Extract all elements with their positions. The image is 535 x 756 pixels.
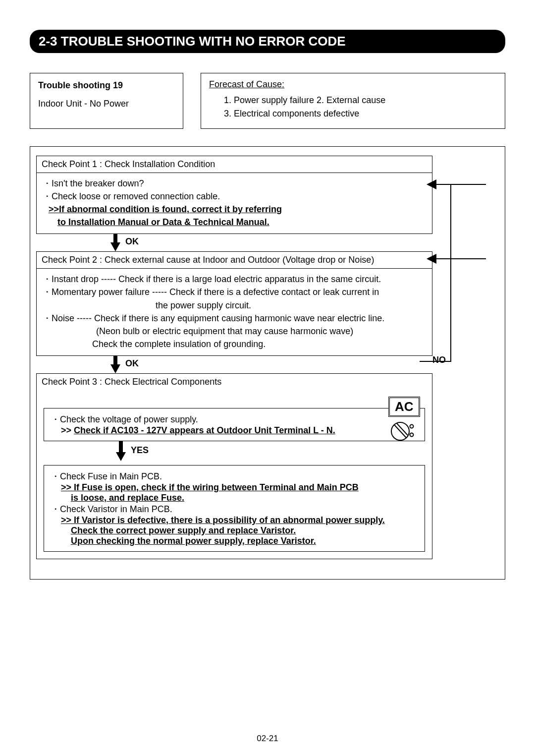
cp3-sub1-action: Check if AC103 - 127V appears at Outdoor… — [74, 425, 335, 435]
forecast-box: Forecast of Cause: 1. Power supply failu… — [201, 73, 505, 129]
arrow-left-icon — [427, 179, 436, 189]
ts-unit: Indoor Unit - No Power — [38, 99, 175, 109]
checkpoint-1: Check Point 1 : Check Installation Condi… — [36, 156, 432, 234]
cp1-action: to Installation Manual or Data & Technic… — [42, 216, 427, 229]
connector-yes: YES — [37, 441, 433, 461]
arrow-down-icon — [110, 364, 120, 373]
arrow-down-icon — [116, 452, 126, 461]
cp2-bullet: Instant drop ----- Check if there is a l… — [42, 273, 427, 286]
cp3-header: Check Point 3 : Check Electrical Compone… — [37, 374, 432, 390]
cp3-sub1-bullet: Check the voltage of power supply. — [50, 413, 419, 425]
chevron: >> — [61, 425, 74, 435]
flow-chart: Check Point 1 : Check Installation Condi… — [30, 146, 505, 580]
checkpoint-3: Check Point 3 : Check Electrical Compone… — [36, 373, 432, 559]
ts-number: Trouble shooting 19 — [38, 80, 175, 91]
cp2-bullet-cont: the power supply circuit. — [42, 299, 427, 312]
ok-label: OK — [125, 358, 139, 369]
svg-point-4 — [410, 433, 414, 436]
forecast-line: 1. Power supply failure 2. External caus… — [224, 94, 497, 107]
forecast-line: 3. Electrical components defective — [224, 107, 497, 120]
flow-line — [450, 184, 451, 362]
cp3-sub2-bullet: Check Varistor in Main PCB. — [50, 503, 419, 515]
connector-ok-2: OK — [36, 356, 432, 373]
cp2-bullet: Momentary power failure ----- Check if t… — [42, 286, 427, 298]
cp3-sub2-action: Upon checking the normal power supply, r… — [50, 536, 419, 546]
yes-label: YES — [131, 445, 149, 456]
cp2-header: Check Point 2 : Check external cause at … — [37, 252, 432, 269]
checkpoint-2: Check Point 2 : Check external cause at … — [36, 251, 432, 356]
cp2-bullet-cont: Check the complete insulation of groundi… — [42, 338, 427, 350]
arrow-down-icon — [110, 242, 120, 251]
outlet-icon — [390, 419, 415, 444]
cp2-bullet: Noise ----- Check if there is any equipm… — [42, 312, 427, 325]
cp1-bullet: Isn't the breaker down? — [42, 177, 427, 190]
forecast-items: 1. Power supply failure 2. External caus… — [209, 94, 497, 120]
page-number: 02-21 — [0, 734, 535, 744]
cp3-sub2-action: is loose, and replace Fuse. — [50, 493, 419, 503]
svg-point-3 — [410, 424, 414, 428]
cp2-bullet-cont: (Neon bulb or electric equipment that ma… — [42, 325, 427, 338]
cp2-body: Instant drop ----- Check if there is a l… — [37, 269, 432, 355]
troubleshoot-box: Trouble shooting 19 Indoor Unit - No Pow… — [30, 73, 183, 129]
arrow-left-icon — [427, 254, 436, 264]
cp1-header: Check Point 1 : Check Installation Condi… — [37, 156, 432, 173]
cp1-action: >>If abnormal condition is found, correc… — [42, 203, 427, 216]
no-label: NO — [432, 355, 446, 365]
connector-ok-1: OK — [36, 234, 432, 251]
cp3-sub2-action: >> If Varistor is defective, there is a … — [50, 515, 419, 525]
cp3-sub2-action: >> If Fuse is open, check if the wiring … — [50, 482, 419, 493]
cp1-body: Isn't the breaker down? Check loose or r… — [37, 173, 432, 233]
section-title: 2-3 TROUBLE SHOOTING WITH NO ERROR CODE — [30, 30, 505, 53]
ac-label: AC — [388, 397, 420, 417]
cp3-sub1: AC Check the voltage of power supply. >>… — [44, 408, 425, 441]
cp3-sub2: Check Fuse in Main PCB. >> If Fuse is op… — [44, 465, 425, 552]
cp1-bullet: Check loose or removed connection cable. — [42, 190, 427, 203]
cp3-sub2-bullet: Check Fuse in Main PCB. — [50, 470, 419, 482]
top-row: Trouble shooting 19 Indoor Unit - No Pow… — [30, 73, 505, 129]
cp3-sub2-action: Check the correct power supply and repla… — [50, 525, 419, 536]
ok-label: OK — [125, 236, 139, 247]
forecast-title: Forecast of Cause: — [209, 79, 497, 90]
ac-group: AC — [388, 397, 420, 444]
